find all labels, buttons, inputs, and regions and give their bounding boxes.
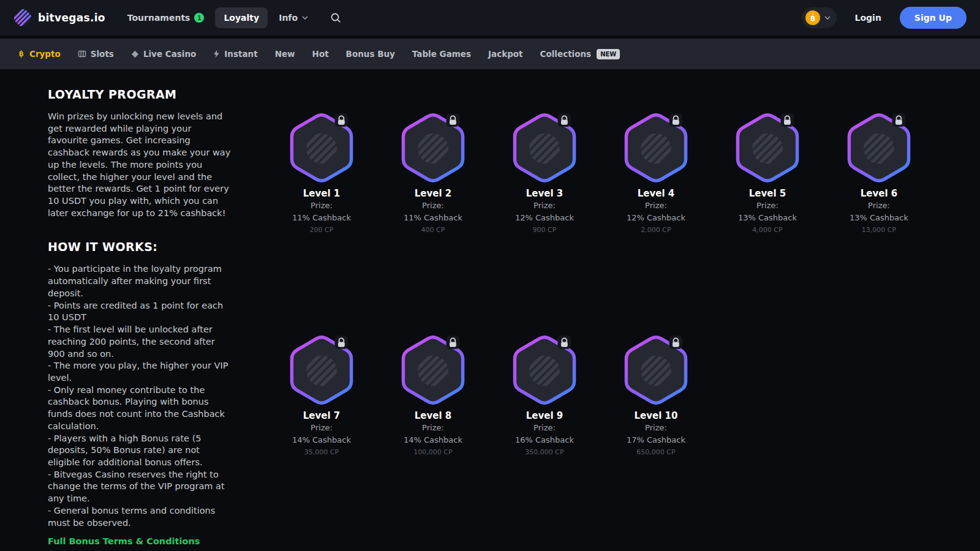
- level-cashback: 13% Cashback: [738, 213, 797, 223]
- level-badge: [734, 111, 801, 185]
- list-item: - Bitvegas Casino reserves the right to …: [48, 469, 232, 505]
- level-cashback: 11% Cashback: [292, 213, 351, 223]
- bitcoin-icon: B: [805, 10, 820, 25]
- login-button[interactable]: Login: [848, 8, 889, 28]
- slots-icon: [78, 50, 86, 58]
- subnav-item-bonus-buy[interactable]: Bonus Buy: [346, 49, 395, 59]
- nav-item-tournaments[interactable]: Tournaments 1: [119, 7, 213, 28]
- level-cashback: 14% Cashback: [404, 435, 462, 446]
- level-badge: [288, 333, 355, 407]
- level-hexagon-icon: [400, 333, 466, 407]
- level-badge: [846, 111, 912, 185]
- list-item: - Players with a high Bonus rate (5 depo…: [48, 433, 232, 469]
- chevron-down-icon: [302, 16, 308, 20]
- lock-icon: [669, 113, 683, 127]
- list-item: - General bonus terms and conditions mus…: [48, 505, 232, 529]
- chevron-down-icon: [824, 16, 831, 20]
- bitvegas-logo-icon: [13, 9, 32, 27]
- level-name: Level 5: [749, 188, 786, 199]
- level-card: Level 4 Prize: 12% Cashback 2,000 CP: [600, 111, 712, 324]
- instant-label: Instant: [224, 49, 257, 59]
- subnav-item-table-games[interactable]: Table Games: [412, 49, 471, 59]
- nav-item-info[interactable]: Info: [270, 7, 317, 28]
- subnav-item-slots[interactable]: Slots: [78, 49, 114, 59]
- level-cp: 650,000 CP: [636, 448, 675, 456]
- hot-label: Hot: [312, 49, 329, 59]
- level-cp: 900 CP: [533, 226, 557, 234]
- loyalty-intro-text: Win prizes by unlocking new levels and g…: [48, 111, 232, 219]
- level-cp: 4,000 CP: [752, 226, 782, 234]
- loyalty-page: LOYALTY PROGRAM Win prizes by unlocking …: [0, 69, 980, 547]
- level-hexagon-icon: [734, 111, 801, 185]
- level-cashback: 13% Cashback: [850, 213, 908, 223]
- level-name: Level 8: [415, 410, 451, 421]
- level-prize-label: Prize:: [868, 201, 890, 211]
- level-cashback: 14% Cashback: [292, 435, 351, 446]
- list-item: - Only real money contribute to the cash…: [48, 384, 232, 433]
- level-card: Level 2 Prize: 11% Cashback 400 CP: [377, 111, 489, 324]
- level-hexagon-icon: [511, 333, 578, 407]
- level-badge: [511, 111, 578, 185]
- level-cp: 200 CP: [310, 226, 334, 234]
- level-hexagon-icon: [288, 333, 355, 407]
- brand-logo[interactable]: bitvegas.io: [13, 9, 105, 27]
- level-cp: 13,000 CP: [862, 226, 896, 234]
- level-prize-label: Prize:: [422, 201, 444, 211]
- level-prize-label: Prize:: [645, 423, 667, 433]
- subnav-item-live-casino[interactable]: Live Casino: [131, 49, 196, 59]
- collections-label: Collections: [540, 49, 592, 59]
- subnav-item-instant[interactable]: Instant: [213, 49, 257, 59]
- level-cashback: 12% Cashback: [627, 213, 685, 223]
- subnav-item-hot[interactable]: Hot: [312, 49, 329, 59]
- level-card: Level 8 Prize: 14% Cashback 100,000 CP: [377, 333, 489, 547]
- list-item: - You participate in the loyalty program…: [48, 263, 232, 299]
- nav-item-loyalty[interactable]: Loyalty: [215, 7, 268, 28]
- loyalty-description: LOYALTY PROGRAM Win prizes by unlocking …: [48, 88, 232, 547]
- level-badge: [288, 111, 355, 185]
- level-cashback: 17% Cashback: [627, 435, 685, 446]
- top-nav: Tournaments 1 Loyalty Info: [119, 7, 346, 28]
- lock-icon: [558, 335, 571, 349]
- level-cp: 350,000 CP: [525, 448, 564, 456]
- lock-icon: [669, 335, 683, 349]
- category-navbar: B Crypto Slots Live Casino Instant New H…: [0, 39, 980, 69]
- level-card: Level 9 Prize: 16% Cashback 350,000 CP: [489, 333, 600, 547]
- new-label: New: [275, 49, 295, 59]
- live-casino-icon: [131, 50, 139, 58]
- level-hexagon-icon: [400, 111, 466, 185]
- list-item: - Points are credited as 1 point for eac…: [48, 300, 232, 324]
- lock-icon: [335, 113, 349, 127]
- top-navbar: bitvegas.io Tournaments 1 Loyalty Info: [0, 0, 980, 36]
- collections-new-badge: NEW: [597, 49, 620, 59]
- level-hexagon-icon: [511, 111, 578, 185]
- lock-icon: [447, 113, 460, 127]
- level-name: Level 10: [635, 410, 678, 421]
- level-card: Level 7 Prize: 14% Cashback 35,000 CP: [266, 333, 377, 547]
- signup-button[interactable]: Sign Up: [900, 7, 967, 29]
- table-games-label: Table Games: [412, 49, 471, 59]
- lightning-icon: [213, 50, 220, 58]
- currency-selector[interactable]: B: [802, 7, 837, 28]
- list-item: - The more you play, the higher your VIP…: [48, 360, 232, 384]
- page-title: LOYALTY PROGRAM: [48, 88, 232, 101]
- level-card: Level 1 Prize: 11% Cashback 200 CP: [266, 111, 377, 324]
- level-card: Level 6 Prize: 13% Cashback 13,000 CP: [823, 111, 935, 324]
- level-prize-label: Prize:: [533, 423, 556, 433]
- search-button[interactable]: [325, 7, 346, 28]
- level-badge: [400, 333, 466, 407]
- brand-name: bitvegas.io: [38, 12, 105, 24]
- lock-icon: [892, 113, 906, 127]
- how-it-works-title: HOW IT WORKS:: [48, 240, 232, 253]
- level-badge: [511, 333, 578, 407]
- lock-icon: [447, 335, 460, 349]
- level-prize-label: Prize:: [756, 201, 778, 211]
- subnav-item-collections[interactable]: Collections NEW: [540, 49, 620, 59]
- level-hexagon-icon: [846, 111, 912, 185]
- subnav-item-jackpot[interactable]: Jackpot: [488, 49, 523, 59]
- lock-icon: [335, 335, 349, 349]
- full-bonus-terms-link[interactable]: Full Bonus Terms & Conditions: [48, 536, 200, 546]
- subnav-item-new[interactable]: New: [275, 49, 295, 59]
- lock-icon: [558, 113, 571, 127]
- subnav-item-crypto[interactable]: B Crypto: [17, 49, 61, 59]
- level-name: Level 9: [526, 410, 563, 421]
